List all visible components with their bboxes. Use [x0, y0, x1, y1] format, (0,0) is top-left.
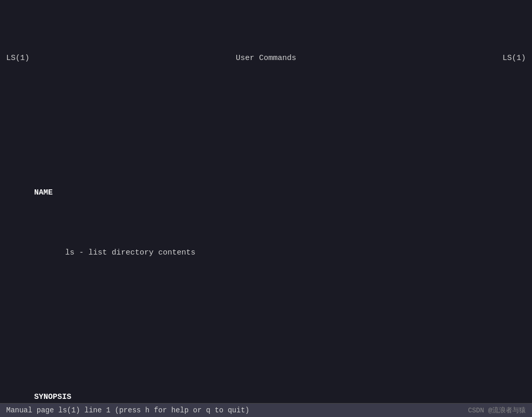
man-page-content: LS(1) User Commands LS(1) NAME ls - list…: [6, 4, 526, 403]
synopsis-section-header: SYNOPSIS: [6, 379, 526, 403]
blank-line-1: [6, 114, 526, 126]
blank-line-2: [6, 319, 526, 331]
header-center: User Commands: [236, 52, 296, 64]
man-header: LS(1) User Commands LS(1): [6, 52, 526, 64]
name-text: ls - list directory contents: [65, 248, 195, 257]
name-label: NAME: [34, 188, 53, 197]
header-right: LS(1): [503, 52, 526, 64]
name-section-header: NAME: [6, 175, 526, 211]
terminal: LS(1) User Commands LS(1) NAME ls - list…: [0, 0, 532, 403]
header-left: LS(1): [6, 52, 29, 64]
name-content: ls - list directory contents: [6, 235, 526, 271]
synopsis-label: SYNOPSIS: [34, 393, 71, 401]
status-bar: Manual page ls(1) line 1 (press h for he…: [0, 403, 532, 417]
csdn-label: CSDN @流浪者与猿: [468, 406, 526, 415]
status-bar-text: Manual page ls(1) line 1 (press h for he…: [6, 406, 249, 414]
